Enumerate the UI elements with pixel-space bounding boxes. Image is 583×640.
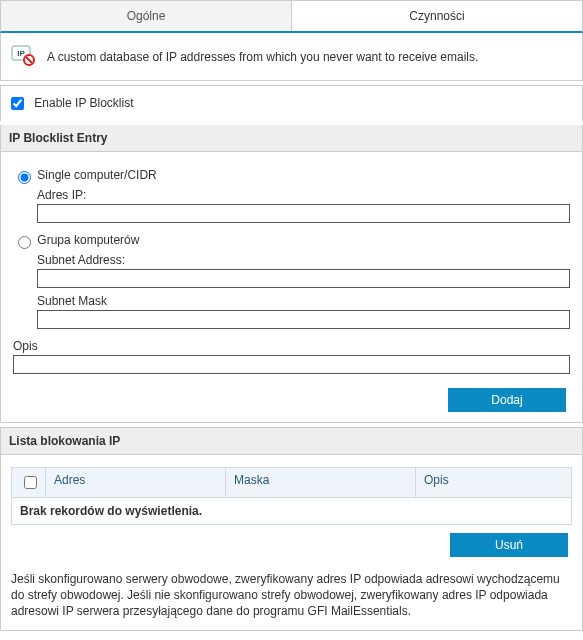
subnet-address-input[interactable] [37,269,570,288]
ip-address-input[interactable] [37,204,570,223]
delete-button[interactable]: Usuń [450,533,568,557]
add-button[interactable]: Dodaj [448,388,566,412]
table-empty-message: Brak rekordów do wyświetlenia. [12,498,571,524]
radio-group-computers[interactable] [18,236,31,249]
radio-single-label: Single computer/CIDR [37,168,156,182]
description-input[interactable] [13,355,570,374]
col-description[interactable]: Opis [416,468,571,497]
info-bar: IP A custom database of IP addresses fro… [0,33,583,81]
tab-bar: Ogólne Czynności [0,0,583,33]
col-address[interactable]: Adres [46,468,226,497]
ip-blocklist-entry-section: IP Blocklist Entry Single computer/CIDR … [0,125,583,423]
subnet-mask-label: Subnet Mask [37,294,570,308]
ip-block-icon: IP [9,43,37,70]
ip-block-list-section: Lista blokowania IP Adres Maska Opis Bra… [0,427,583,631]
section-header-entry: IP Blocklist Entry [1,125,582,152]
description-label: Opis [13,339,570,353]
table-header: Adres Maska Opis [12,468,571,498]
enable-ip-blocklist-label: Enable IP Blocklist [34,96,133,110]
col-mask[interactable]: Maska [226,468,416,497]
section-header-list: Lista blokowania IP [1,427,582,455]
subnet-address-label: Subnet Address: [37,253,570,267]
radio-single-computer[interactable] [18,171,31,184]
enable-ip-blocklist-checkbox[interactable] [11,97,24,110]
tab-actions[interactable]: Czynności [292,1,582,31]
info-text: A custom database of IP addresses from w… [47,50,478,64]
ip-address-label: Adres IP: [37,188,570,202]
radio-group-label: Grupa komputerów [37,233,139,247]
tab-general[interactable]: Ogólne [1,1,292,31]
block-list-table: Adres Maska Opis Brak rekordów do wyświe… [11,467,572,525]
select-all-checkbox[interactable] [24,476,37,489]
enable-row: Enable IP Blocklist [0,85,583,121]
footer-note: Jeśli skonfigurowano serwery obwodowe, z… [1,565,582,630]
subnet-mask-input[interactable] [37,310,570,329]
